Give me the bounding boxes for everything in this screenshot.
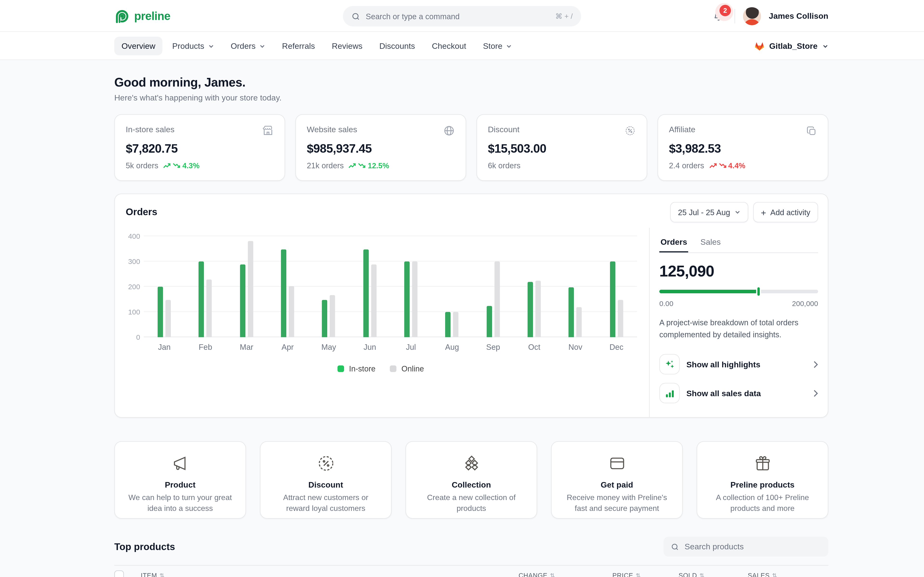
- stat-card-affiliate[interactable]: Affiliate $3,982.53 2.4 orders 4.4%: [657, 114, 829, 181]
- nav-item-reviews[interactable]: Reviews: [325, 37, 370, 56]
- select-all-checkbox[interactable]: [114, 571, 124, 577]
- nav-item-orders[interactable]: Orders: [223, 37, 272, 56]
- trend-down-icon: [358, 162, 366, 169]
- legend-swatch: [338, 366, 344, 372]
- x-axis: JanFebMarAprMayJunJulAugSepOctNovDec: [144, 343, 637, 352]
- column-item[interactable]: ITEM⇅: [141, 572, 519, 577]
- chart-bar-online: [371, 264, 376, 337]
- progress-min: 0.00: [659, 299, 673, 308]
- page-subtitle: Here's what's happening with your store …: [114, 93, 829, 102]
- copy-icon: [806, 125, 817, 137]
- nav-item-discounts[interactable]: Discounts: [372, 37, 422, 56]
- bar-group-mar: [226, 236, 267, 337]
- legend-swatch: [390, 366, 397, 372]
- chart-bar-online: [289, 286, 294, 337]
- x-axis-label: Jun: [349, 343, 391, 352]
- plus-icon: +: [761, 207, 766, 218]
- chart-bar-online: [412, 261, 418, 337]
- chart-bar-in-store: [199, 261, 204, 337]
- column-change[interactable]: CHANGE⇅: [519, 572, 612, 577]
- stat-value: $7,820.75: [126, 142, 274, 156]
- stat-cards: In-store sales $7,820.75 5k orders 4.3%: [114, 114, 829, 181]
- user-avatar[interactable]: [743, 7, 761, 25]
- show-all-highlights-link[interactable]: Show all highlights: [659, 350, 818, 379]
- x-axis-label: Jul: [390, 343, 431, 352]
- chart-bar-in-store: [528, 282, 533, 337]
- feature-card-product[interactable]: Product We can help to turn your great i…: [114, 441, 246, 519]
- nav-item-referrals[interactable]: Referrals: [275, 37, 322, 56]
- x-axis-label: Dec: [596, 343, 637, 352]
- header-divider: [734, 9, 735, 23]
- table-header-row: ITEM⇅ CHANGE⇅ PRICE⇅ SOLD⇅ SALES⇅: [114, 566, 829, 577]
- column-sales[interactable]: SALES⇅: [748, 572, 829, 577]
- trend-up-icon: [709, 162, 717, 169]
- global-search-input[interactable]: Search or type a command ⌘ + /: [343, 6, 581, 26]
- orders-title: Orders: [126, 207, 157, 218]
- column-price[interactable]: PRICE⇅: [612, 572, 678, 577]
- chart-bar-online: [248, 241, 254, 337]
- stat-card-in-store-sales[interactable]: In-store sales $7,820.75 5k orders 4.3%: [114, 114, 285, 181]
- main-content: Good morning, James. Here's what's happe…: [114, 75, 829, 577]
- chart-bar-in-store: [404, 261, 410, 337]
- bar-group-apr: [267, 236, 308, 337]
- search-icon: [671, 542, 679, 551]
- nav-item-store[interactable]: Store: [476, 37, 519, 56]
- x-axis-label: Sep: [473, 343, 514, 352]
- orders-progress-bar[interactable]: [659, 290, 818, 293]
- cubes-icon: [462, 454, 480, 473]
- nav-item-checkout[interactable]: Checkout: [425, 37, 473, 56]
- chart-bar-in-store: [363, 249, 368, 337]
- search-placeholder: Search or type a command: [366, 12, 550, 21]
- store-switcher[interactable]: Gitlab_Store: [754, 32, 828, 60]
- feature-card-get-paid[interactable]: Get paid Receive money with Preline's fa…: [551, 441, 683, 519]
- date-range-button[interactable]: 25 Jul - 25 Aug: [670, 202, 748, 222]
- tab-orders[interactable]: Orders: [659, 234, 688, 253]
- chart-bar-online: [494, 261, 500, 337]
- chart-bar-in-store: [281, 249, 287, 337]
- page-title: Good morning, James.: [114, 75, 829, 90]
- feature-card-preline-products[interactable]: Preline products A collection of 100+ Pr…: [696, 441, 829, 519]
- top-products-title: Top products: [114, 541, 175, 552]
- bar-group-aug: [431, 236, 473, 337]
- y-axis: 0100200300400: [124, 236, 144, 337]
- stat-label: In-store sales: [126, 125, 175, 134]
- chevron-right-icon: [813, 389, 818, 397]
- x-axis-label: Oct: [514, 343, 555, 352]
- user-name[interactable]: James Collison: [769, 11, 829, 21]
- products-search-input[interactable]: Search products: [664, 537, 829, 557]
- tab-sales[interactable]: Sales: [699, 234, 722, 253]
- x-axis-label: Mar: [226, 343, 267, 352]
- stat-card-website-sales[interactable]: Website sales $985,937.45 21k orders 12.…: [296, 114, 466, 181]
- chevron-down-icon: [259, 43, 265, 49]
- brand-logo[interactable]: preline: [114, 0, 170, 32]
- top-bar: preline Search or type a command ⌘ + / 2: [0, 0, 924, 32]
- add-activity-button[interactable]: + Add activity: [753, 202, 818, 222]
- credit-card-icon: [608, 454, 626, 473]
- search-shortcut: ⌘ + /: [555, 12, 573, 21]
- side-tabs: Orders Sales: [659, 234, 818, 253]
- legend-item-online: Online: [390, 364, 424, 373]
- show-all-sales-data-link[interactable]: Show all sales data: [659, 379, 818, 408]
- trend-down-icon: [719, 162, 727, 169]
- stat-label: Affiliate: [669, 125, 695, 134]
- notifications-button[interactable]: 2: [711, 8, 727, 24]
- bar-chart-icon: [659, 383, 680, 403]
- chart-bar-online: [535, 280, 541, 337]
- stat-value: $15,503.00: [488, 142, 636, 156]
- notification-badge: 2: [719, 5, 731, 16]
- bar-group-oct: [514, 236, 555, 337]
- megaphone-icon: [171, 454, 189, 473]
- feature-card-collection[interactable]: Collection Create a new collection of pr…: [405, 441, 537, 519]
- feature-card-discount[interactable]: Discount Attract new customers or reward…: [260, 441, 392, 519]
- chart-bar-in-store: [240, 264, 246, 337]
- nav-item-products[interactable]: Products: [165, 37, 221, 56]
- stat-value: $3,982.53: [669, 142, 817, 156]
- stat-orders: 21k orders: [307, 161, 344, 170]
- stat-card-discount[interactable]: Discount $15,503.00 6k orders: [477, 114, 647, 181]
- chart-bar-in-store: [322, 300, 328, 337]
- preline-logo-icon: [114, 8, 130, 24]
- nav-item-overview[interactable]: Overview: [114, 37, 163, 56]
- orders-side-panel: Orders Sales 125,090 0.00 200,000 A proj…: [649, 228, 828, 417]
- column-sold[interactable]: SOLD⇅: [678, 572, 748, 577]
- percent-badge-icon: [317, 454, 335, 473]
